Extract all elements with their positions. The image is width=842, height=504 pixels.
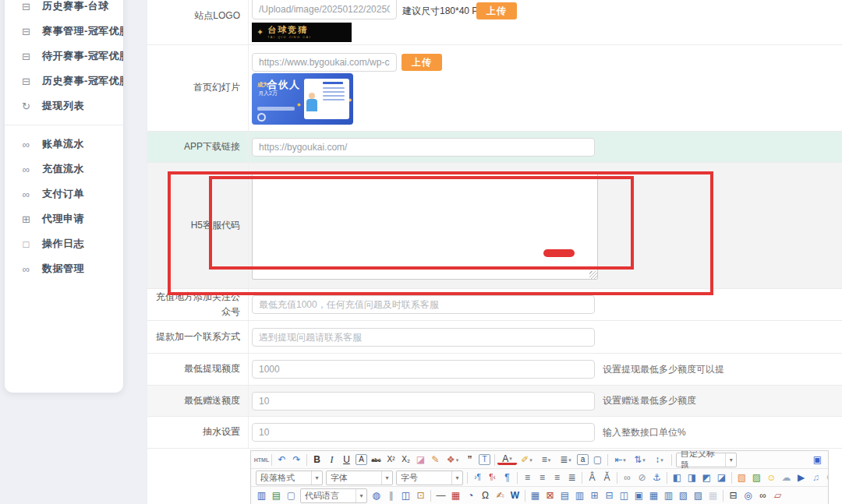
format-brush-icon[interactable]: ✎ [428, 453, 443, 467]
sidebar-item-data-manage[interactable]: ∞数据管理 [5, 256, 123, 281]
sidebar-item-history-billiards[interactable]: ⊟历史赛事-台球 [5, 0, 123, 19]
redo-icon[interactable]: ↷ [289, 453, 304, 467]
insert-image-icon[interactable]: ▧ [734, 471, 749, 485]
html-source-icon[interactable]: HTML [254, 453, 269, 467]
font-color-icon[interactable]: A▾ [497, 454, 517, 465]
min-withdraw-input[interactable] [252, 360, 595, 379]
line-height-icon[interactable]: ↕▾ [649, 453, 669, 467]
unordered-list-icon[interactable]: ≣▾ [556, 453, 575, 467]
paragraph-icon[interactable]: ¶ [500, 471, 515, 485]
slider-upload-button[interactable]: 上传 [402, 54, 442, 71]
insert-album-icon[interactable]: ▤ [269, 488, 284, 502]
code-language-select[interactable]: 代码语言▾ [300, 488, 367, 503]
merge-cells-icon[interactable]: ▧ [676, 488, 691, 502]
rake-input[interactable] [252, 423, 595, 442]
insert-table-icon[interactable]: ▦ [528, 488, 543, 502]
sidebar-item-payment-orders[interactable]: ∞支付订单 [5, 182, 123, 206]
site-logo-path-input[interactable] [252, 0, 397, 19]
withdraw-contact-input[interactable] [252, 328, 595, 347]
lowercase-icon[interactable]: a [577, 454, 589, 465]
fullscreen-icon[interactable]: ▣ [810, 453, 825, 467]
attachment-icon[interactable]: ✇ [823, 471, 828, 485]
slider-url-input[interactable] [252, 53, 397, 72]
image-align-left-top-icon[interactable]: ◧ [670, 471, 685, 485]
insert-col-left-icon[interactable]: ◫ [617, 488, 632, 502]
font-size-select[interactable]: 字号▾ [396, 471, 463, 485]
preview-icon[interactable]: ◎ [741, 488, 755, 502]
right-to-left-icon[interactable]: ¶‹ [485, 471, 500, 485]
align-right-icon[interactable]: ≡ [550, 471, 564, 485]
italic-icon[interactable]: I [324, 453, 339, 467]
unlink-icon[interactable]: ⊘ [635, 471, 649, 485]
sidebar-item-history-champion[interactable]: ⊟历史赛事-冠军优胜猜 [5, 69, 123, 93]
insert-col-right-icon[interactable]: ▣ [632, 488, 646, 502]
horizontal-rule-icon[interactable]: — [433, 488, 448, 502]
indent-icon[interactable]: ⇤▾ [610, 453, 630, 467]
blockquote-icon[interactable]: ” [462, 453, 477, 467]
paste-as-text-icon[interactable]: T [479, 454, 490, 465]
image-align-right-icon[interactable]: ◩ [699, 471, 714, 485]
replace-icon[interactable]: ▱ [770, 488, 785, 502]
font-family-select[interactable]: 字体▾ [326, 471, 393, 485]
strikethrough-icon[interactable]: abc [369, 453, 384, 467]
insert-row-above-icon[interactable]: ⊞ [587, 488, 602, 502]
sidebar-item-operation-log[interactable]: □操作日志 [5, 231, 123, 256]
anchor-icon[interactable]: ⚓ [649, 471, 664, 485]
sidebar-item-match-manage-champion[interactable]: ⊟赛事管理-冠军优胜猜 [5, 19, 123, 44]
vertical-align-icon[interactable]: ⇅▾ [630, 453, 649, 467]
letter-case-up-icon[interactable]: Â [585, 471, 600, 485]
insert-music-icon[interactable]: ♫ [808, 471, 823, 485]
image-align-left-icon[interactable]: ◨ [685, 471, 699, 485]
print-icon[interactable]: ⊟ [726, 488, 741, 502]
align-left-icon[interactable]: ≡ [520, 471, 535, 485]
emoticon-icon[interactable]: ☺ [764, 471, 779, 485]
insert-iframe-icon[interactable]: ◫ [398, 488, 413, 502]
delete-row-icon[interactable]: ▦ [646, 488, 661, 502]
insert-gallery-icon[interactable]: ▨ [749, 471, 764, 485]
sidebar-item-recharge-flow[interactable]: ∞充值流水 [5, 157, 123, 182]
insert-doc-icon[interactable]: ▢ [284, 488, 299, 502]
letter-case-down-icon[interactable]: Ǎ [600, 471, 614, 485]
subscript-icon[interactable]: X₂ [398, 453, 413, 467]
insert-map-icon[interactable]: ☁ [779, 471, 794, 485]
align-justify-icon[interactable]: ≣ [564, 471, 579, 485]
sidebar-item-agent-apply[interactable]: ⊞代理申请 [5, 206, 123, 231]
cell-properties-icon[interactable]: ▥ [572, 488, 587, 502]
app-link-input[interactable] [252, 138, 595, 157]
custom-title-select[interactable]: 自定义标题▾ [676, 453, 737, 467]
edit-node-icon[interactable]: ✍ [493, 488, 508, 502]
delete-table-icon[interactable]: ⊠ [543, 488, 557, 502]
undo-icon[interactable]: ↶ [274, 453, 289, 467]
underline-icon[interactable]: U [339, 453, 354, 467]
table-disabled-icon[interactable]: ▦ [706, 488, 720, 502]
paragraph-format-select[interactable]: 段落格式▾ [256, 471, 323, 485]
insert-embed-icon[interactable]: ◍ [369, 488, 384, 502]
insert-date-icon[interactable]: ▦ [448, 488, 463, 502]
insert-chart-icon[interactable]: ▥ [254, 488, 269, 502]
insert-video-icon[interactable]: ▶ [794, 471, 808, 485]
table-properties-icon[interactable]: ▤ [557, 488, 572, 502]
insert-template-icon[interactable]: ⊡ [413, 488, 428, 502]
site-logo-upload-button[interactable]: 上传 [476, 2, 517, 19]
min-gift-input[interactable] [252, 392, 595, 411]
new-page-icon[interactable]: ▢ [590, 453, 605, 467]
delete-col-icon[interactable]: ▥ [661, 488, 676, 502]
sidebar-item-bill-flow[interactable]: ∞账单流水 [5, 132, 123, 157]
paint-color-icon[interactable]: ❖▾ [443, 453, 462, 467]
split-cells-icon[interactable]: ▨ [691, 488, 706, 502]
highlight-color-icon[interactable]: ✐▾ [517, 453, 536, 467]
ordered-list-icon[interactable]: ≡▾ [536, 453, 556, 467]
special-char-icon[interactable]: Ω [478, 488, 493, 502]
left-to-right-icon[interactable]: ›¶ [470, 471, 485, 485]
align-center-icon[interactable]: ≡ [535, 471, 550, 485]
remove-format-icon[interactable]: ◪ [413, 453, 428, 467]
bold-icon[interactable]: B [310, 453, 324, 467]
insert-row-below-icon[interactable]: ⊟ [602, 488, 617, 502]
link-icon[interactable]: ∞ [620, 471, 635, 485]
image-align-bottom-icon[interactable]: ◪ [714, 471, 729, 485]
find-icon[interactable]: ∞ [755, 488, 770, 502]
page-break-icon[interactable]: ∥ [384, 488, 398, 502]
superscript-icon[interactable]: X² [384, 453, 398, 467]
word-import-icon[interactable]: W [508, 488, 522, 502]
font-border-icon[interactable]: A [356, 454, 367, 465]
